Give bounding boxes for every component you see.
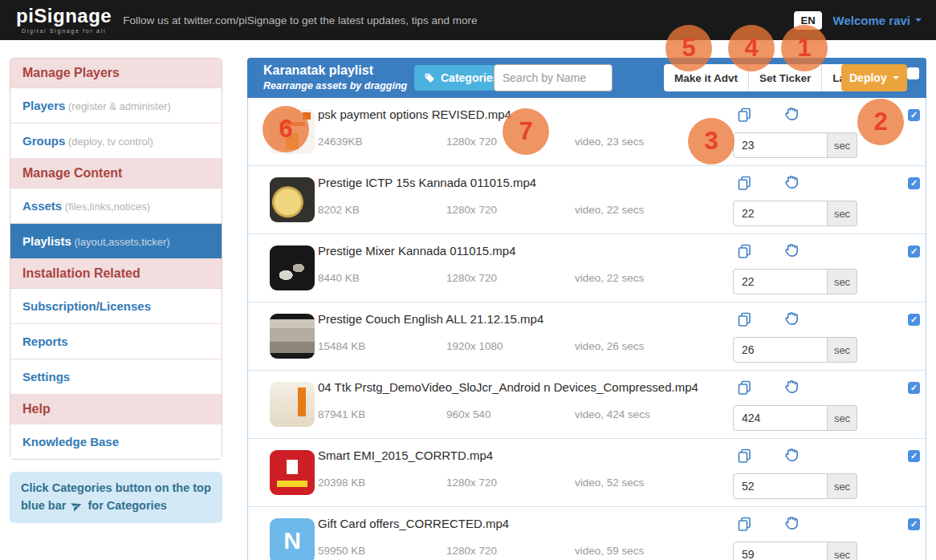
sidebar-section-header: Manage Players bbox=[10, 59, 222, 88]
duration-input[interactable] bbox=[733, 201, 828, 226]
user-menu-label: Welcome ravi bbox=[833, 14, 910, 27]
app-logo: piSignage Digital Signage for all bbox=[16, 6, 112, 34]
annotation-circle-3: 3 bbox=[688, 118, 735, 164]
sidebar-item-label[interactable]: Knowledge Base bbox=[22, 435, 119, 448]
asset-resolution: 1280x 720 bbox=[446, 204, 497, 216]
duration-input[interactable] bbox=[733, 473, 828, 499]
asset-thumbnail[interactable] bbox=[270, 382, 315, 427]
asset-row: psk payment options REVISED.mp4 24639KB … bbox=[248, 98, 926, 166]
sidebar-item-label[interactable]: Players bbox=[22, 99, 65, 112]
search-input[interactable] bbox=[494, 64, 612, 91]
duration-input[interactable] bbox=[733, 337, 828, 363]
duration-unit-label: sec bbox=[828, 337, 857, 363]
asset-name: psk payment options REVISED.mp4 bbox=[318, 108, 511, 121]
annotation-circle-1: 1 bbox=[781, 25, 828, 71]
copy-asset-icon[interactable] bbox=[736, 243, 752, 262]
asset-thumbnail[interactable]: N bbox=[270, 518, 315, 560]
asset-row: Prestige Couch English ALL 21.12.15.mp4 … bbox=[248, 302, 926, 371]
sidebar-item-label[interactable]: Playlists bbox=[22, 234, 71, 248]
copy-asset-icon[interactable] bbox=[736, 448, 752, 467]
drag-hand-icon[interactable] bbox=[783, 104, 801, 126]
annotation-circle-7: 7 bbox=[503, 108, 549, 155]
annotation-circle-5: 5 bbox=[665, 25, 712, 71]
annotation-circle-6: 6 bbox=[262, 106, 309, 152]
annotation-circle-4: 4 bbox=[728, 25, 775, 71]
drag-hand-icon[interactable] bbox=[783, 241, 801, 262]
copy-asset-icon[interactable] bbox=[736, 107, 752, 126]
sidebar-item-settings[interactable]: Settings bbox=[10, 359, 222, 395]
playlist-panel-header: Karanatak playlist Rearrange assets by d… bbox=[247, 58, 926, 98]
duration-input[interactable] bbox=[733, 132, 828, 158]
sidebar-item-knowledge-base[interactable]: Knowledge Base bbox=[10, 424, 222, 459]
playlist-title: Karanatak playlist bbox=[263, 63, 373, 78]
duration-input[interactable] bbox=[733, 269, 828, 294]
sidebar-item-label[interactable]: Subscription/Licenses bbox=[22, 299, 151, 313]
asset-thumbnail[interactable] bbox=[270, 314, 315, 359]
make-it-advt-label: Make it Advt bbox=[674, 72, 738, 84]
sidebar-item-subscription-licenses[interactable]: Subscription/Licenses bbox=[10, 289, 222, 324]
asset-name: Smart EMI_2015_CORRTD.mp4 bbox=[318, 448, 493, 462]
duration-input-group: sec bbox=[733, 201, 857, 226]
asset-name: Prestige ICTP 15s Kannada 011015.mp4 bbox=[318, 176, 536, 189]
asset-row: Prestige Mixer Kannada 011015.mp4 8440 K… bbox=[248, 234, 926, 302]
asset-checkbox[interactable] bbox=[908, 246, 920, 258]
sidebar-item-reports[interactable]: Reports bbox=[10, 324, 222, 359]
copy-asset-icon[interactable] bbox=[736, 311, 752, 331]
deploy-button[interactable]: Deploy bbox=[841, 64, 907, 91]
asset-resolution: 1280x 720 bbox=[446, 477, 497, 489]
asset-list: psk payment options REVISED.mp4 24639KB … bbox=[247, 98, 926, 560]
drag-hand-icon[interactable] bbox=[783, 309, 801, 331]
asset-size: 15484 KB bbox=[318, 340, 365, 352]
asset-type-duration: video, 52 secs bbox=[575, 477, 644, 489]
tip-text-after: for Categories bbox=[87, 499, 166, 512]
sidebar-item-groups[interactable]: Groups (deploy, tv control) bbox=[10, 124, 222, 159]
asset-size: 8440 KB bbox=[318, 272, 360, 284]
asset-thumbnail[interactable] bbox=[270, 177, 315, 222]
asset-name: 04 Ttk Prstg_DemoVideo_SloJcr_Android n … bbox=[318, 380, 698, 394]
sidebar-item-players[interactable]: Players (register & administer) bbox=[10, 88, 222, 124]
asset-checkbox[interactable] bbox=[908, 109, 920, 121]
duration-unit-label: sec bbox=[828, 201, 857, 226]
drag-hand-icon[interactable] bbox=[783, 513, 801, 535]
duration-unit-label: sec bbox=[828, 542, 857, 560]
duration-unit-label: sec bbox=[828, 473, 857, 499]
asset-checkbox[interactable] bbox=[908, 382, 920, 394]
sidebar-item-subtitle: (layout,assets,ticker) bbox=[71, 236, 170, 248]
duration-input-group: sec bbox=[733, 473, 857, 499]
asset-size: 87941 KB bbox=[318, 408, 365, 420]
categories-button-label: Categories bbox=[441, 71, 499, 84]
duration-input-group: sec bbox=[733, 542, 857, 560]
drag-hand-icon[interactable] bbox=[783, 377, 801, 399]
duration-input-group: sec bbox=[733, 269, 857, 294]
sidebar-item-subtitle: (register & administer) bbox=[65, 100, 170, 112]
drag-hand-icon[interactable] bbox=[783, 172, 801, 194]
user-menu[interactable]: Welcome ravi bbox=[833, 14, 922, 27]
sidebar-item-label[interactable]: Settings bbox=[22, 370, 70, 383]
sidebar-item-playlists[interactable]: Playlists (layout,assets,ticker) bbox=[10, 224, 222, 259]
duration-input[interactable] bbox=[733, 542, 828, 560]
sidebar-item-label[interactable]: Reports bbox=[22, 335, 68, 348]
asset-checkbox[interactable] bbox=[908, 518, 920, 530]
page: piSignage Digital Signage for all Follow… bbox=[0, 0, 936, 560]
app-logo-tagline: Digital Signage for all bbox=[16, 28, 112, 34]
duration-input[interactable] bbox=[733, 405, 828, 431]
asset-checkbox[interactable] bbox=[908, 177, 920, 189]
duration-input-group: sec bbox=[733, 405, 857, 431]
sidebar-item-subtitle: (deploy, tv control) bbox=[65, 136, 153, 148]
sidebar-item-label[interactable]: Groups bbox=[22, 134, 65, 148]
asset-checkbox[interactable] bbox=[908, 314, 920, 326]
select-all-checkbox[interactable] bbox=[907, 67, 919, 79]
sidebar-item-label[interactable]: Assets bbox=[22, 199, 62, 213]
drag-hand-icon[interactable] bbox=[783, 445, 801, 467]
asset-size: 8202 KB bbox=[318, 204, 360, 216]
copy-asset-icon[interactable] bbox=[736, 379, 752, 399]
asset-size: 59950 KB bbox=[318, 545, 365, 557]
asset-checkbox[interactable] bbox=[908, 450, 920, 462]
sidebar-item-assets[interactable]: Assets (files,links,notices) bbox=[10, 189, 222, 224]
asset-thumbnail[interactable] bbox=[270, 246, 315, 290]
copy-asset-icon[interactable] bbox=[736, 175, 752, 194]
asset-resolution: 1920x 1080 bbox=[446, 340, 503, 352]
asset-name: Prestige Couch English ALL 21.12.15.mp4 bbox=[318, 312, 543, 326]
asset-thumbnail[interactable] bbox=[270, 450, 315, 495]
copy-asset-icon[interactable] bbox=[736, 516, 752, 535]
